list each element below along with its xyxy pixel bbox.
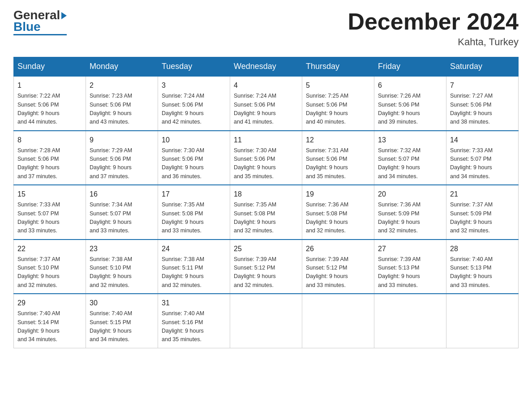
table-row: 4 Sunrise: 7:24 AMSunset: 5:06 PMDayligh… — [230, 76, 302, 131]
table-row: 18 Sunrise: 7:35 AMSunset: 5:08 PMDaylig… — [230, 185, 302, 240]
day-number: 29 — [17, 298, 82, 308]
day-number: 22 — [17, 244, 82, 254]
table-row: 10 Sunrise: 7:30 AMSunset: 5:06 PMDaylig… — [158, 131, 230, 185]
week-row-1: 1 Sunrise: 7:22 AMSunset: 5:06 PMDayligh… — [14, 76, 519, 131]
day-number: 12 — [306, 135, 370, 146]
table-row: 24 Sunrise: 7:38 AMSunset: 5:11 PMDaylig… — [158, 240, 230, 294]
table-row: 30 Sunrise: 7:40 AMSunset: 5:15 PMDaylig… — [86, 294, 158, 348]
table-row — [374, 294, 446, 348]
table-row — [446, 294, 519, 348]
day-number: 16 — [90, 189, 154, 200]
day-number: 7 — [450, 80, 515, 91]
day-info: Sunrise: 7:33 AMSunset: 5:07 PMDaylight:… — [17, 201, 82, 235]
col-thursday: Thursday — [302, 57, 374, 77]
table-row: 16 Sunrise: 7:34 AMSunset: 5:07 PMDaylig… — [86, 185, 158, 240]
table-row: 5 Sunrise: 7:25 AMSunset: 5:06 PMDayligh… — [302, 76, 374, 131]
table-row: 2 Sunrise: 7:23 AMSunset: 5:06 PMDayligh… — [86, 76, 158, 131]
day-number: 4 — [234, 80, 298, 91]
table-row: 12 Sunrise: 7:31 AMSunset: 5:06 PMDaylig… — [302, 131, 374, 185]
day-info: Sunrise: 7:38 AMSunset: 5:11 PMDaylight:… — [162, 255, 226, 290]
calendar-header-row: Sunday Monday Tuesday Wednesday Thursday… — [14, 57, 519, 77]
day-number: 31 — [162, 298, 226, 308]
day-info: Sunrise: 7:24 AMSunset: 5:06 PMDaylight:… — [162, 92, 226, 127]
day-info: Sunrise: 7:40 AMSunset: 5:14 PMDaylight:… — [17, 309, 82, 344]
day-info: Sunrise: 7:23 AMSunset: 5:06 PMDaylight:… — [90, 92, 154, 127]
day-info: Sunrise: 7:30 AMSunset: 5:06 PMDaylight:… — [162, 146, 226, 181]
calendar-table: Sunday Monday Tuesday Wednesday Thursday… — [13, 57, 519, 348]
day-info: Sunrise: 7:39 AMSunset: 5:12 PMDaylight:… — [234, 255, 298, 290]
table-row: 17 Sunrise: 7:35 AMSunset: 5:08 PMDaylig… — [158, 185, 230, 240]
table-row: 8 Sunrise: 7:28 AMSunset: 5:06 PMDayligh… — [14, 131, 86, 185]
col-tuesday: Tuesday — [158, 57, 230, 77]
col-wednesday: Wednesday — [230, 57, 302, 77]
day-number: 6 — [378, 80, 442, 91]
table-row: 11 Sunrise: 7:30 AMSunset: 5:06 PMDaylig… — [230, 131, 302, 185]
day-info: Sunrise: 7:30 AMSunset: 5:06 PMDaylight:… — [234, 146, 298, 181]
week-row-4: 22 Sunrise: 7:37 AMSunset: 5:10 PMDaylig… — [14, 240, 519, 294]
day-number: 27 — [378, 244, 442, 254]
day-info: Sunrise: 7:28 AMSunset: 5:06 PMDaylight:… — [17, 146, 82, 181]
day-number: 5 — [306, 80, 370, 91]
col-monday: Monday — [86, 57, 158, 77]
table-row: 23 Sunrise: 7:38 AMSunset: 5:10 PMDaylig… — [86, 240, 158, 294]
week-row-3: 15 Sunrise: 7:33 AMSunset: 5:07 PMDaylig… — [14, 185, 519, 240]
day-number: 9 — [90, 135, 154, 146]
day-number: 23 — [90, 244, 154, 254]
day-info: Sunrise: 7:39 AMSunset: 5:13 PMDaylight:… — [378, 255, 442, 290]
day-info: Sunrise: 7:37 AMSunset: 5:09 PMDaylight:… — [450, 201, 515, 235]
table-row: 13 Sunrise: 7:32 AMSunset: 5:07 PMDaylig… — [374, 131, 446, 185]
day-info: Sunrise: 7:37 AMSunset: 5:10 PMDaylight:… — [17, 255, 82, 290]
day-info: Sunrise: 7:38 AMSunset: 5:10 PMDaylight:… — [90, 255, 154, 290]
day-info: Sunrise: 7:27 AMSunset: 5:06 PMDaylight:… — [450, 92, 515, 127]
table-row: 22 Sunrise: 7:37 AMSunset: 5:10 PMDaylig… — [14, 240, 86, 294]
logo-blue: Blue — [13, 21, 41, 33]
table-row: 3 Sunrise: 7:24 AMSunset: 5:06 PMDayligh… — [158, 76, 230, 131]
table-row: 19 Sunrise: 7:36 AMSunset: 5:08 PMDaylig… — [302, 185, 374, 240]
day-info: Sunrise: 7:34 AMSunset: 5:07 PMDaylight:… — [90, 201, 154, 235]
day-number: 20 — [378, 189, 442, 200]
table-row — [230, 294, 302, 348]
day-info: Sunrise: 7:35 AMSunset: 5:08 PMDaylight:… — [162, 201, 226, 235]
table-row: 6 Sunrise: 7:26 AMSunset: 5:06 PMDayligh… — [374, 76, 446, 131]
day-number: 17 — [162, 189, 226, 200]
day-info: Sunrise: 7:32 AMSunset: 5:07 PMDaylight:… — [378, 146, 442, 181]
day-info: Sunrise: 7:36 AMSunset: 5:08 PMDaylight:… — [306, 201, 370, 235]
table-row — [302, 294, 374, 348]
logo: General Blue — [13, 9, 67, 35]
day-number: 28 — [450, 244, 515, 254]
day-info: Sunrise: 7:40 AMSunset: 5:16 PMDaylight:… — [162, 309, 226, 344]
week-row-2: 8 Sunrise: 7:28 AMSunset: 5:06 PMDayligh… — [14, 131, 519, 185]
title-section: December 2024 Kahta, Turkey — [348, 9, 519, 48]
table-row: 9 Sunrise: 7:29 AMSunset: 5:06 PMDayligh… — [86, 131, 158, 185]
day-info: Sunrise: 7:40 AMSunset: 5:13 PMDaylight:… — [450, 255, 515, 290]
day-number: 30 — [90, 298, 154, 308]
week-row-5: 29 Sunrise: 7:40 AMSunset: 5:14 PMDaylig… — [14, 294, 519, 348]
day-info: Sunrise: 7:33 AMSunset: 5:07 PMDaylight:… — [450, 146, 515, 181]
day-number: 15 — [17, 189, 82, 200]
table-row: 7 Sunrise: 7:27 AMSunset: 5:06 PMDayligh… — [446, 76, 519, 131]
day-number: 24 — [162, 244, 226, 254]
day-number: 8 — [17, 135, 82, 146]
day-number: 3 — [162, 80, 226, 91]
table-row: 27 Sunrise: 7:39 AMSunset: 5:13 PMDaylig… — [374, 240, 446, 294]
day-info: Sunrise: 7:31 AMSunset: 5:06 PMDaylight:… — [306, 146, 370, 181]
day-number: 13 — [378, 135, 442, 146]
day-number: 14 — [450, 135, 515, 146]
table-row: 21 Sunrise: 7:37 AMSunset: 5:09 PMDaylig… — [446, 185, 519, 240]
table-row: 15 Sunrise: 7:33 AMSunset: 5:07 PMDaylig… — [14, 185, 86, 240]
day-number: 11 — [234, 135, 298, 146]
day-number: 1 — [17, 80, 82, 91]
table-row: 14 Sunrise: 7:33 AMSunset: 5:07 PMDaylig… — [446, 131, 519, 185]
table-row: 25 Sunrise: 7:39 AMSunset: 5:12 PMDaylig… — [230, 240, 302, 294]
table-row: 28 Sunrise: 7:40 AMSunset: 5:13 PMDaylig… — [446, 240, 519, 294]
month-title: December 2024 — [348, 9, 519, 34]
day-info: Sunrise: 7:24 AMSunset: 5:06 PMDaylight:… — [234, 92, 298, 127]
page-header: General Blue December 2024 Kahta, Turkey — [13, 9, 519, 48]
day-info: Sunrise: 7:25 AMSunset: 5:06 PMDaylight:… — [306, 92, 370, 127]
day-number: 10 — [162, 135, 226, 146]
day-number: 25 — [234, 244, 298, 254]
day-number: 19 — [306, 189, 370, 200]
table-row: 26 Sunrise: 7:39 AMSunset: 5:12 PMDaylig… — [302, 240, 374, 294]
day-number: 18 — [234, 189, 298, 200]
day-info: Sunrise: 7:39 AMSunset: 5:12 PMDaylight:… — [306, 255, 370, 290]
